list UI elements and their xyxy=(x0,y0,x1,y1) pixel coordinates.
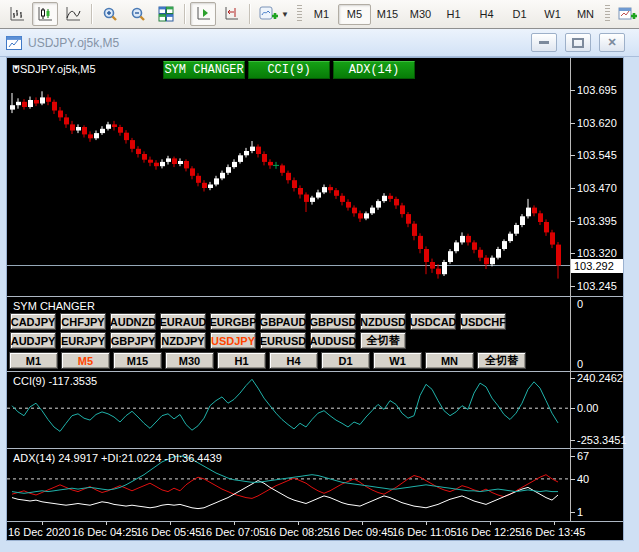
sym-changer-button-d1[interactable]: D1 xyxy=(321,352,370,369)
zoom-out-icon xyxy=(130,6,146,22)
chart-shift-icon xyxy=(223,6,239,22)
sym-changer-button-nzdjpy[interactable]: NZDJPY xyxy=(160,332,206,349)
bar-chart-button[interactable] xyxy=(4,2,30,26)
time-axis-tick xyxy=(42,522,43,525)
time-axis-label: 16 Dec 2020 xyxy=(8,526,70,538)
close-icon: ✕ xyxy=(607,37,616,48)
line-chart-button[interactable] xyxy=(60,2,86,26)
time-axis-label: 16 Dec 11:05 xyxy=(392,526,457,538)
cci-axis-label: 240.2462 xyxy=(577,373,623,384)
sym-changer-button-h1[interactable]: H1 xyxy=(217,352,266,369)
window-title: USDJPY.oj5k,M5 xyxy=(28,36,119,50)
sym-changer-button-eurjpy[interactable]: EURJPY xyxy=(60,332,106,349)
sym-changer-button-gbpusd[interactable]: GBPUSD xyxy=(310,313,356,330)
window-controls: ✕ xyxy=(531,33,633,52)
chart-shift-button[interactable] xyxy=(218,2,244,26)
sym-changer-button-usdchf[interactable]: USDCHF xyxy=(460,313,506,330)
time-axis-label: 16 Dec 09:45 xyxy=(328,526,393,538)
sym-changer-button-audusd[interactable]: AUDUSD xyxy=(310,332,356,349)
time-axis-label: 16 Dec 04:25 xyxy=(72,526,137,538)
sym-changer-button-w1[interactable]: W1 xyxy=(373,352,422,369)
toolbar-timeframe-mn[interactable]: MN xyxy=(569,4,602,25)
time-axis-label: 16 Dec 07:05 xyxy=(200,526,265,538)
sym-changer-button-[interactable]: 全切替 xyxy=(477,352,526,369)
time-axis-label: 16 Dec 13:45 xyxy=(520,526,585,538)
sym-changer-button-audjpy[interactable]: AUDJPY xyxy=(10,332,56,349)
sym-changer-button-usdjpy[interactable]: USDJPY xyxy=(210,332,256,349)
sym-changer-button-m15[interactable]: M15 xyxy=(113,352,162,369)
time-axis-label: 16 Dec 12:25 xyxy=(456,526,521,538)
minimize-button[interactable] xyxy=(531,33,557,52)
sym-changer-button-[interactable]: 全切替 xyxy=(360,332,406,349)
price-axis-label: 103.245 xyxy=(577,281,617,292)
sym-changer-button-audnzd[interactable]: AUDNZD xyxy=(110,313,156,330)
sym-changer-button-m5[interactable]: M5 xyxy=(61,352,110,369)
toolbar-timeframe-h1[interactable]: H1 xyxy=(437,4,470,25)
sym-changer-title: SYM CHANGER xyxy=(13,300,95,312)
price-axis-label: 103.620 xyxy=(577,118,617,129)
chart-area: ▼USDJPY.oj5k,M5 SYM CHANGERCCI(9)ADX(14)… xyxy=(7,58,623,540)
cci-axis-label: -253.3451 xyxy=(577,435,627,446)
toolbar-timeframe-d1[interactable]: D1 xyxy=(503,4,536,25)
cci-axis-label: 0.00 xyxy=(577,403,598,414)
toolbar-timeframe-m30[interactable]: M30 xyxy=(404,4,437,25)
time-axis-tick xyxy=(106,522,107,525)
price-axis-label: 103.470 xyxy=(577,183,617,194)
sym-pane-axis-label: 0 xyxy=(577,298,583,310)
dropdown-caret-icon: ▼ xyxy=(281,10,289,19)
top-toolbar: ▼ M1M5M15M30H1H4D1W1MN ▼ xyxy=(0,0,639,29)
toolbar-timeframe-w1[interactable]: W1 xyxy=(536,4,569,25)
sym-changer-button-euraud[interactable]: EURAUD xyxy=(160,313,206,330)
time-axis-tick xyxy=(298,522,299,525)
add-indicator-button[interactable]: ▼ xyxy=(255,2,293,26)
time-axis-tick xyxy=(490,522,491,525)
price-axis-label: 103.695 xyxy=(577,85,617,96)
sym-changer-button-mn[interactable]: MN xyxy=(425,352,474,369)
chart-window-titlebar[interactable]: USDJPY.oj5k,M5 ✕ xyxy=(0,29,639,57)
toolbar-grip[interactable] xyxy=(605,5,610,23)
auto-scroll-button[interactable] xyxy=(190,2,216,26)
sym-changer-button-h4[interactable]: H4 xyxy=(269,352,318,369)
close-button[interactable]: ✕ xyxy=(599,33,625,52)
sym-changer-button-gbpjpy[interactable]: GBPJPY xyxy=(110,332,156,349)
adx-axis-label: 1 xyxy=(577,507,583,518)
toolbar-timeframe-m15[interactable]: M15 xyxy=(371,4,404,25)
sym-changer-button-m30[interactable]: M30 xyxy=(165,352,214,369)
tile-windows-icon xyxy=(158,6,174,22)
sym-changer-button-eurgbp[interactable]: EURGBP xyxy=(210,313,256,330)
candlestick-chart-button[interactable] xyxy=(32,2,58,26)
cci-chart-canvas[interactable] xyxy=(7,372,623,447)
sym-changer-button-cadjpy[interactable]: CADJPY xyxy=(10,313,56,330)
line-chart-icon xyxy=(65,6,81,22)
sym-changer-button-chfjpy[interactable]: CHFJPY xyxy=(60,313,106,330)
template-button[interactable]: ▼ xyxy=(614,2,639,26)
sym-changer-button-usdcad[interactable]: USDCAD xyxy=(410,313,456,330)
sym-changer-button-eurusd[interactable]: EURUSD xyxy=(260,332,306,349)
sym-changer-button-gbpaud[interactable]: GBPAUD xyxy=(260,313,306,330)
restore-button[interactable] xyxy=(565,33,591,52)
toolbar-grip[interactable] xyxy=(297,5,302,23)
zoom-in-button[interactable] xyxy=(97,2,123,26)
auto-scroll-icon xyxy=(195,6,211,22)
restore-icon xyxy=(572,38,584,48)
sym-pane-axis-label: 0 xyxy=(577,358,583,370)
adx-axis-label: 67 xyxy=(577,451,589,462)
toolbar-timeframe-h4[interactable]: H4 xyxy=(470,4,503,25)
tile-windows-button[interactable] xyxy=(153,2,179,26)
time-axis-label: 16 Dec 05:45 xyxy=(136,526,201,538)
candlestick-chart-icon xyxy=(37,6,53,22)
zoom-in-icon xyxy=(102,6,118,22)
minimize-icon xyxy=(539,41,549,44)
zoom-out-button[interactable] xyxy=(125,2,151,26)
main-chart-canvas[interactable] xyxy=(7,58,623,296)
sym-changer-button-m1[interactable]: M1 xyxy=(9,352,58,369)
toolbar-timeframe-m5[interactable]: M5 xyxy=(338,4,371,25)
toolbar-timeframe-m1[interactable]: M1 xyxy=(305,4,338,25)
time-axis-tick xyxy=(170,522,171,525)
adx-axis-label: 40 xyxy=(577,474,589,485)
toolbar-separator xyxy=(249,4,250,24)
toolbar-separator xyxy=(184,4,185,24)
pane-divider[interactable] xyxy=(7,521,623,522)
sym-changer-button-nzdusd[interactable]: NZDUSD xyxy=(360,313,406,330)
pane-divider[interactable] xyxy=(7,296,623,297)
